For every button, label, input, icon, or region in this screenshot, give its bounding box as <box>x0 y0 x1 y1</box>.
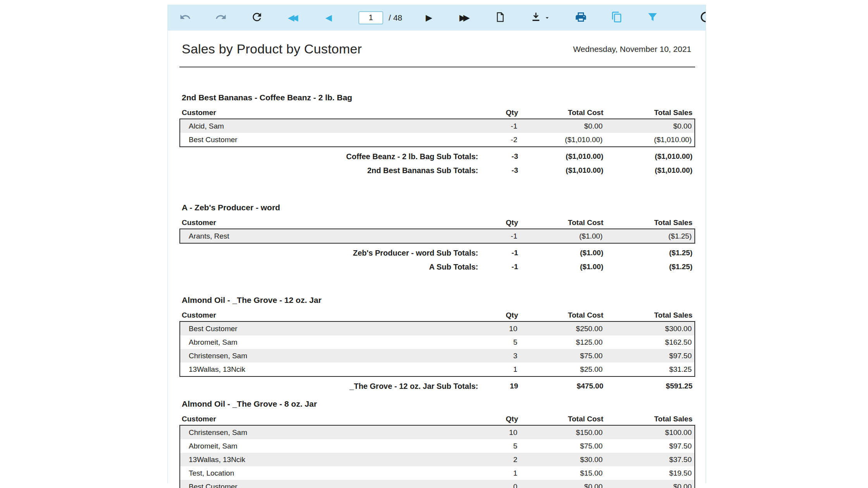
table-row: 13Wallas, 13Ncik 1 $25.00 $31.25 <box>180 363 694 376</box>
cell-qty: 10 <box>477 325 520 333</box>
subtotal-total-cost: ($1,010.00) <box>521 152 606 161</box>
new-document-button[interactable] <box>494 10 506 25</box>
cell-total-cost: $125.00 <box>520 338 605 347</box>
subtotal-total-sales: ($1,010.00) <box>606 152 695 161</box>
filter-button[interactable] <box>647 10 658 25</box>
undo-button[interactable] <box>179 10 191 25</box>
cell-customer: 13Wallas, 13Ncik <box>180 365 477 374</box>
section-heading: Almond Oil - _The Grove - 12 oz. Jar <box>182 296 695 305</box>
cell-qty: -2 <box>477 136 520 144</box>
cell-total-sales: ($1.25) <box>605 232 694 241</box>
cell-total-cost: ($1.00) <box>520 232 605 241</box>
subtotal-total-cost: ($1.00) <box>521 263 606 271</box>
column-header-customer: Customer <box>179 415 478 423</box>
cell-customer: Arants, Rest <box>180 232 477 241</box>
page-number-input[interactable] <box>358 11 383 24</box>
column-header-total-cost: Total Cost <box>521 415 606 423</box>
subtotal-row: _The Grove - 12 oz. Jar Sub Totals: 19 $… <box>179 379 695 393</box>
print-icon <box>575 11 587 24</box>
cell-total-sales: $97.50 <box>605 352 694 360</box>
column-header-qty: Qty <box>478 415 521 423</box>
subtotal-label: A Sub Totals: <box>179 263 478 271</box>
cell-qty: 5 <box>477 442 520 450</box>
table-row: Alcid, Sam -1 $0.00 $0.00 <box>180 119 694 133</box>
table-row: Best Customer 10 $250.00 $300.00 <box>180 322 694 335</box>
table-row: Abromeit, Sam 5 $125.00 $162.50 <box>180 335 694 349</box>
report-section: Almond Oil - _The Grove - 8 oz. Jar Cust… <box>179 399 695 488</box>
report-date: Wednesday, November 10, 2021 <box>573 45 695 57</box>
subtotal-total-sales: ($1,010.00) <box>606 166 695 175</box>
first-page-button[interactable]: ◀◀ <box>287 10 299 25</box>
cell-total-sales: $0.00 <box>605 122 694 131</box>
cell-total-sales: ($1,010.00) <box>605 136 694 144</box>
subtotal-total-sales: $591.25 <box>606 382 695 390</box>
copy-button[interactable] <box>611 10 623 25</box>
last-page-button[interactable]: ▶▶ <box>459 10 470 25</box>
subtotal-label: Zeb's Producer - word Sub Totals: <box>179 249 478 258</box>
table-row: Christensen, Sam 3 $75.00 $97.50 <box>180 349 694 363</box>
cell-customer: Best Customer <box>180 483 477 488</box>
page-count-label: / 48 <box>389 13 402 22</box>
column-header-customer: Customer <box>179 108 478 117</box>
partial-circle-icon <box>700 11 706 24</box>
cell-total-cost: $75.00 <box>520 442 605 450</box>
subtotal-total-cost: $475.00 <box>521 382 606 390</box>
cell-total-cost: $0.00 <box>520 122 605 131</box>
table-row: Arants, Rest -1 ($1.00) ($1.25) <box>180 229 694 243</box>
refresh-button[interactable] <box>251 10 263 25</box>
report-toolbar: ◀◀ ◀ / 48 ▶ ▶▶ <box>168 5 706 31</box>
column-header-total-cost: Total Cost <box>521 108 606 117</box>
subtotal-row: Coffee Beanz - 2 lb. Bag Sub Totals: -3 … <box>179 149 695 163</box>
subtotal-qty: -3 <box>478 152 521 161</box>
subtotal-qty: -1 <box>478 249 521 257</box>
column-header-row: Customer Qty Total Cost Total Sales <box>179 217 695 229</box>
cell-customer: Abromeit, Sam <box>180 442 477 450</box>
subtotal-row: 2nd Best Bananas Sub Totals: -3 ($1,010.… <box>179 163 695 177</box>
cell-total-cost: $0.00 <box>520 483 605 488</box>
column-header-total-sales: Total Sales <box>606 415 695 423</box>
subtotals-block: _The Grove - 12 oz. Jar Sub Totals: 19 $… <box>179 379 695 393</box>
next-page-button[interactable]: ▶ <box>423 10 435 25</box>
redo-icon <box>215 11 227 24</box>
filter-funnel-icon <box>647 11 658 24</box>
table-row: Abromeit, Sam 5 $75.00 $97.50 <box>180 439 694 453</box>
cell-customer: Alcid, Sam <box>180 122 477 131</box>
column-header-total-sales: Total Sales <box>606 218 695 227</box>
subtotals-block: Coffee Beanz - 2 lb. Bag Sub Totals: -3 … <box>179 149 695 177</box>
cell-total-sales: $0.00 <box>605 483 694 488</box>
cell-total-cost: $30.00 <box>520 455 605 464</box>
subtotal-label: 2nd Best Bananas Sub Totals: <box>179 166 478 175</box>
cell-total-sales: $31.25 <box>605 365 694 374</box>
cell-customer: Best Customer <box>180 136 477 144</box>
cell-total-sales: $162.50 <box>605 338 694 347</box>
cell-qty: -1 <box>477 122 520 131</box>
report-viewer: ◀◀ ◀ / 48 ▶ ▶▶ <box>167 5 706 483</box>
column-header-qty: Qty <box>478 311 521 320</box>
table-row: Best Customer -2 ($1,010.00) ($1,010.00) <box>180 133 694 146</box>
subtotal-qty: -1 <box>478 263 521 271</box>
report-title: Sales by Product by Customer <box>182 41 362 57</box>
previous-page-button[interactable]: ◀ <box>323 10 334 25</box>
subtotal-total-sales: ($1.25) <box>606 263 695 271</box>
download-icon <box>530 11 542 24</box>
cell-total-sales: $100.00 <box>605 428 694 437</box>
data-table: Christensen, Sam 10 $150.00 $100.00 Abro… <box>179 425 695 488</box>
download-button[interactable] <box>530 10 551 25</box>
subtotal-qty: 19 <box>478 382 521 390</box>
report-section: Almond Oil - _The Grove - 12 oz. Jar Cus… <box>179 296 695 393</box>
cell-total-sales: $37.50 <box>605 455 694 464</box>
table-row: 13Wallas, 13Ncik 2 $30.00 $37.50 <box>180 453 694 466</box>
cell-qty: 2 <box>477 455 520 464</box>
cell-customer: Test, Location <box>180 469 477 478</box>
subtotal-label: _The Grove - 12 oz. Jar Sub Totals: <box>179 382 478 391</box>
column-header-total-cost: Total Cost <box>521 218 606 227</box>
cell-customer: 13Wallas, 13Ncik <box>180 455 477 464</box>
clipped-edge-button[interactable] <box>700 10 706 25</box>
table-row: Test, Location 1 $15.00 $19.50 <box>180 466 694 480</box>
redo-button[interactable] <box>215 10 227 25</box>
cell-total-cost: $150.00 <box>520 428 605 437</box>
report-section: 2nd Best Bananas - Coffee Beanz - 2 lb. … <box>179 93 695 177</box>
title-divider <box>179 67 695 67</box>
download-menu-caret-icon <box>544 14 551 21</box>
print-button[interactable] <box>575 10 587 25</box>
